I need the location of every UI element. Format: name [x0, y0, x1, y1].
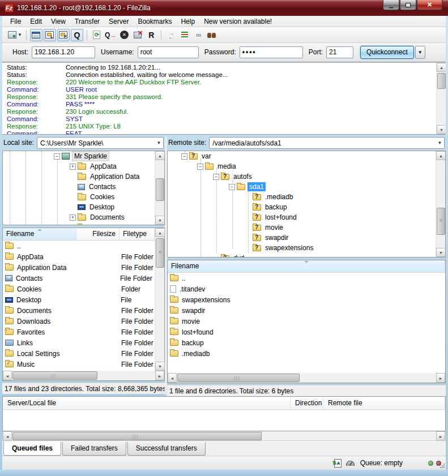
local-tree-toggle[interactable]: L — [44, 29, 56, 41]
tree-row[interactable]: swapextensions — [168, 243, 445, 253]
menu-item-file[interactable]: File — [6, 16, 25, 27]
scroll-left-icon[interactable]: ◄ — [3, 431, 12, 441]
site-manager-button[interactable]: ▼ — [7, 29, 23, 41]
compare-button[interactable]: →← — [165, 29, 177, 41]
list-item[interactable]: swapdir — [168, 305, 445, 316]
tab-failed-transfers[interactable]: Failed transfers — [62, 442, 126, 456]
chevron-down-icon[interactable]: ▼ — [155, 140, 163, 145]
remote-tree-toggle[interactable]: F — [57, 29, 70, 41]
tree-row[interactable]: −media — [168, 161, 445, 171]
local-file-list[interactable]: Filename Filesize Filetype ..AppDataFile… — [2, 228, 165, 381]
column-header-server-local-file[interactable]: Server/Local file — [3, 397, 291, 409]
tree-row[interactable]: −Mr Sparkle — [3, 151, 164, 161]
username-input[interactable] — [138, 46, 199, 58]
local-site-combo[interactable]: C:\Users\Mr Sparkle\ ▼ — [37, 137, 164, 149]
disconnect-button[interactable] — [131, 29, 144, 41]
menu-item-bookmarks[interactable]: Bookmarks — [133, 16, 176, 27]
menu-item-help[interactable]: Help — [176, 16, 199, 27]
password-input[interactable] — [240, 46, 303, 58]
local-tree[interactable]: ▲ ▼ −Mr Sparkle+AppDataApplication DataC… — [2, 151, 165, 225]
menu-item-transfer[interactable]: Transfer — [70, 16, 104, 27]
tab-successful-transfers[interactable]: Successful transfers — [127, 442, 206, 456]
queue-toggle[interactable]: Q — [71, 29, 83, 41]
remote-list-hscrollbar[interactable]: ◄ ⁞⁞⁞ ► — [168, 373, 445, 383]
message-log-toggle[interactable] — [30, 29, 42, 41]
tree-row[interactable]: Cookies — [3, 192, 164, 202]
expand-icon[interactable]: + — [70, 225, 76, 226]
process-queue-button[interactable]: Q→ — [104, 29, 117, 41]
host-input[interactable] — [32, 46, 95, 58]
tree-row[interactable]: +Documents — [3, 212, 164, 222]
filter-button[interactable] — [178, 29, 191, 41]
tree-row[interactable]: lost+found — [168, 212, 445, 222]
column-header-filename[interactable]: Filename — [3, 228, 76, 240]
remote-tree[interactable]: ▲ ▼ −var−media−autofs−sda1.mediadbbackup… — [167, 151, 446, 258]
list-item[interactable]: CookiesFolder — [3, 284, 155, 294]
menu-item-view[interactable]: View — [46, 16, 70, 27]
maximize-button[interactable] — [400, 0, 416, 10]
transfer-type-icon[interactable] — [334, 459, 342, 468]
local-list-hscrollbar[interactable]: ◄ ⁞⁞⁞ ► — [3, 371, 164, 380]
message-log[interactable]: Status:Connecting to 192.168.1.20:21...S… — [2, 62, 446, 135]
column-header-direction[interactable]: Direction — [291, 397, 323, 409]
collapse-icon[interactable]: − — [181, 153, 187, 160]
scroll-right-icon[interactable]: ► — [436, 373, 445, 383]
list-item[interactable]: Application DataFile Folder — [3, 262, 155, 273]
tree-row[interactable]: dvd — [168, 253, 445, 258]
tree-row[interactable]: +AppData — [3, 161, 164, 171]
scroll-right-icon[interactable]: ► — [155, 371, 164, 380]
menu-item-server[interactable]: Server — [104, 16, 133, 27]
message-log-scrollbar[interactable]: ▲ ▼ — [436, 63, 446, 134]
scroll-left-icon[interactable]: ◄ — [168, 373, 177, 383]
list-item[interactable]: backup — [168, 337, 445, 348]
collapse-icon[interactable]: − — [213, 174, 219, 180]
tree-row[interactable]: Contacts — [3, 182, 164, 192]
remote-file-list[interactable]: Filename ...titandevswapextensionsswapdi… — [167, 260, 446, 383]
local-list-vscrollbar[interactable]: ▲ ▼ — [155, 228, 164, 371]
scrollbar-thumb[interactable] — [156, 238, 164, 268]
list-item[interactable]: Local SettingsFile Folder — [3, 348, 155, 359]
list-item[interactable]: DownloadsFile Folder — [3, 316, 155, 327]
list-item[interactable]: FavoritesFile Folder — [3, 327, 155, 337]
sync-browsing-button[interactable]: ∞ — [192, 29, 204, 41]
column-header-remote-file[interactable]: Remote file — [323, 397, 445, 409]
list-item[interactable]: MusicFile Folder — [3, 359, 155, 370]
menu-item-edit[interactable]: Edit — [25, 16, 46, 27]
list-item[interactable]: .. — [168, 273, 445, 284]
column-header-filetype[interactable]: Filetype — [120, 228, 155, 240]
list-item[interactable]: LinksFile Folder — [3, 337, 155, 348]
column-header-filename[interactable]: Filename — [168, 260, 445, 272]
scrollbar-thumb[interactable]: ⁞⁞⁞ — [12, 432, 262, 440]
tree-row[interactable]: .mediadb — [168, 192, 445, 202]
refresh-button[interactable]: ⟳ — [91, 29, 103, 41]
port-input[interactable] — [326, 46, 353, 58]
tree-row[interactable]: swapdir — [168, 233, 445, 243]
list-item[interactable]: ContactsFile Folder — [3, 273, 155, 284]
tree-row[interactable]: Application Data — [3, 171, 164, 182]
scrollbar-thumb[interactable] — [437, 73, 446, 89]
expand-icon[interactable]: + — [70, 164, 76, 170]
list-item[interactable]: .mediadb — [168, 348, 445, 359]
quickconnect-dropdown-button[interactable]: ▼ — [415, 46, 425, 59]
scroll-up-icon[interactable]: ▲ — [437, 63, 446, 72]
collapse-icon[interactable]: − — [54, 153, 60, 160]
collapse-icon[interactable]: − — [229, 184, 235, 190]
list-item[interactable]: movie — [168, 316, 445, 327]
queue-hscrollbar[interactable]: ◄ ⁞⁞⁞ ► — [2, 431, 446, 441]
list-item[interactable]: swapextensions — [168, 294, 445, 305]
close-button[interactable]: ✕ — [417, 0, 442, 10]
reconnect-button[interactable]: R — [145, 29, 157, 41]
tree-row[interactable]: −var — [168, 151, 445, 161]
quickconnect-button[interactable]: Quickconnect — [360, 46, 414, 59]
collapse-icon[interactable]: − — [197, 164, 203, 170]
chevron-down-icon[interactable]: ▼ — [436, 140, 444, 145]
scroll-left-icon[interactable]: ◄ — [3, 371, 12, 380]
tree-row[interactable]: backup — [168, 202, 445, 212]
scroll-up-icon[interactable]: ▲ — [155, 228, 165, 237]
resize-grip[interactable] — [440, 463, 445, 469]
list-item[interactable]: AppDataFile Folder — [3, 251, 155, 262]
scroll-down-icon[interactable]: ▼ — [155, 362, 165, 371]
cancel-button[interactable]: ✕ — [118, 29, 130, 41]
queue-body[interactable] — [2, 410, 446, 431]
list-item[interactable]: DesktopFile — [3, 294, 155, 305]
